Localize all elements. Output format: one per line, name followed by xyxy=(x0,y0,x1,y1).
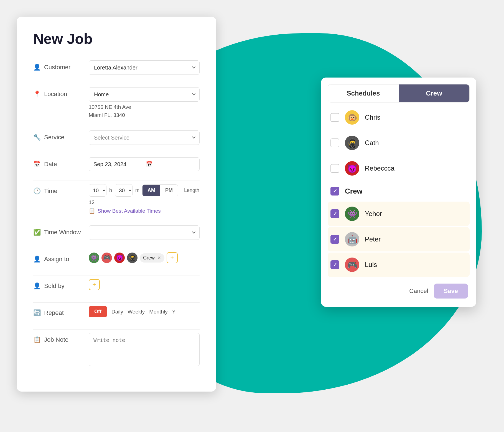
time-window-select[interactable] xyxy=(89,225,200,240)
location-icon: 📍 xyxy=(33,91,41,98)
crew-name-luis: Luis xyxy=(365,261,377,269)
time-label: 🕐 Time xyxy=(33,184,89,195)
customer-field: Loretta Alexander xyxy=(89,60,200,75)
job-note-row: 📋 Job Note xyxy=(33,333,200,367)
crew-item-chris: 🐵 Chris xyxy=(328,105,470,130)
avatar-luis-popup: 🎮 xyxy=(345,258,359,272)
cancel-button[interactable]: Cancel xyxy=(409,287,428,295)
repeat-monthly[interactable]: Monthly xyxy=(149,309,168,315)
clock-icon: 🕐 xyxy=(33,187,41,195)
crew-name-chris: Chris xyxy=(365,114,380,121)
avatar-yehor-popup: 👾 xyxy=(345,207,359,221)
time-window-label: ✅ Time Window xyxy=(33,225,89,236)
date-field: Sep 23, 2024 📅 xyxy=(89,157,200,171)
job-note-textarea[interactable] xyxy=(89,333,200,366)
repeat-icon: 🔄 xyxy=(33,309,41,317)
checkbox-rebeccca[interactable] xyxy=(330,164,339,173)
location-address: 10756 NE 4th AveMiami FL, 3340 xyxy=(89,103,200,119)
checkbox-cath[interactable] xyxy=(330,138,339,147)
sold-by-row: 👤 Sold by + xyxy=(33,279,200,295)
avatar-chris: 🐵 xyxy=(345,110,359,125)
new-job-form-card: New Job 👤 Customer Loretta Alexander 📍 L… xyxy=(17,17,216,392)
soldby-icon: 👤 xyxy=(33,282,41,290)
hour-unit: h xyxy=(109,187,112,193)
date-input-wrap[interactable]: Sep 23, 2024 📅 xyxy=(89,157,200,171)
time-window-field xyxy=(89,225,200,240)
checkbox-peter[interactable] xyxy=(330,235,339,244)
repeat-options-group: Off Daily Weekly Monthly Y xyxy=(89,306,200,317)
checkbox-crew-group[interactable] xyxy=(330,187,339,196)
date-row: 📅 Date Sep 23, 2024 📅 xyxy=(33,157,200,173)
crew-chip-label: Crew xyxy=(143,255,155,261)
sold-by-label: 👤 Sold by xyxy=(33,279,89,290)
assign-to-label: 👤 Assign to xyxy=(33,252,89,263)
crew-chip: Crew ✕ xyxy=(140,253,164,263)
crew-name-rebeccca: Rebeccca xyxy=(365,164,394,172)
crew-chip-close[interactable]: ✕ xyxy=(157,255,161,261)
time-row: 🕐 Time 10 h 30 m AM PM Length 12 xyxy=(33,184,200,214)
service-icon: 🔧 xyxy=(33,134,41,141)
repeat-label: 🔄 Repeat xyxy=(33,306,89,317)
checkbox-luis[interactable] xyxy=(330,260,339,269)
assign-to-field: 👾 🎮 😈 🥷 Crew ✕ + xyxy=(89,252,200,263)
repeat-weekly[interactable]: Weekly xyxy=(128,309,145,315)
checkbox-chris[interactable] xyxy=(330,113,339,122)
checkbox-yehor[interactable] xyxy=(330,209,339,218)
customer-select[interactable]: Loretta Alexander xyxy=(89,60,200,75)
date-label: 📅 Date xyxy=(33,157,89,168)
location-field: Home 10756 NE 4th AveMiami FL, 3340 xyxy=(89,87,200,119)
crew-item-cath: 🥷 Cath xyxy=(328,131,470,155)
sold-by-field: + xyxy=(89,279,200,290)
service-row: 🔧 Service Select Service xyxy=(33,130,200,146)
avatar-cath: 🥷 xyxy=(127,253,138,263)
show-best-times-link[interactable]: 📋 Show Best Available Times xyxy=(89,208,200,214)
calendar-label-icon: 📅 xyxy=(33,161,41,168)
crew-item-yehor: 👾 Yehor xyxy=(328,202,470,226)
assign-to-row: 👤 Assign to 👾 🎮 😈 🥷 Crew ✕ + xyxy=(33,252,200,268)
repeat-yearly[interactable]: Y xyxy=(172,309,176,315)
assign-chips-group: 👾 🎮 😈 🥷 Crew ✕ + xyxy=(89,252,200,263)
location-row: 📍 Location Home 10756 NE 4th AveMiami FL… xyxy=(33,87,200,119)
minute-select[interactable]: 30 xyxy=(115,184,133,197)
avatar-peter: 🤖 xyxy=(345,232,359,246)
am-pm-group: AM PM xyxy=(142,184,178,196)
repeat-daily[interactable]: Daily xyxy=(111,309,123,315)
assign-icon: 👤 xyxy=(33,256,41,263)
timewindow-icon: ✅ xyxy=(33,229,41,236)
avatar-rebeccca: 😈 xyxy=(114,253,125,263)
avatar-rebeccca: 😈 xyxy=(345,161,359,176)
pm-button[interactable]: PM xyxy=(160,185,178,196)
tab-crew[interactable]: Crew xyxy=(399,84,469,102)
crew-item-peter: 🤖 Peter xyxy=(328,227,470,251)
minute-unit: m xyxy=(135,187,139,193)
location-select[interactable]: Home xyxy=(89,87,200,102)
service-select[interactable]: Select Service xyxy=(89,130,200,145)
avatar-luis: 🎮 xyxy=(101,253,112,263)
length-label: Length xyxy=(184,187,199,193)
am-button[interactable]: AM xyxy=(142,185,160,196)
hour-select[interactable]: 10 xyxy=(89,184,106,197)
time-window-row: ✅ Time Window xyxy=(33,225,200,241)
page-title: New Job xyxy=(33,30,200,47)
customer-row: 👤 Customer Loretta Alexander xyxy=(33,60,200,76)
service-label: 🔧 Service xyxy=(33,130,89,141)
time-field: 10 h 30 m AM PM Length 12 📋 Show Best Av… xyxy=(89,184,200,214)
avatar-cath: 🥷 xyxy=(345,136,359,150)
crew-item-luis: 🎮 Luis xyxy=(328,253,470,277)
note-icon: 📋 xyxy=(33,336,41,343)
tab-schedules[interactable]: Schedules xyxy=(328,84,399,102)
repeat-field: Off Daily Weekly Monthly Y xyxy=(89,306,200,317)
crew-list: 🐵 Chris 🥷 Cath 😈 Rebeccca Crew 👾 Yehor xyxy=(321,105,476,277)
customer-label: 👤 Customer xyxy=(33,60,89,71)
repeat-row: 🔄 Repeat Off Daily Weekly Monthly Y xyxy=(33,306,200,322)
avatar-yehor: 👾 xyxy=(89,253,99,263)
job-note-label: 📋 Job Note xyxy=(33,333,89,343)
repeat-off-button[interactable]: Off xyxy=(89,306,107,317)
add-sold-by-button[interactable]: + xyxy=(89,279,100,290)
add-assign-button[interactable]: + xyxy=(167,252,178,263)
crew-name-yehor: Yehor xyxy=(365,210,382,218)
save-button[interactable]: Save xyxy=(434,284,468,299)
popup-footer: Cancel Save xyxy=(321,278,476,299)
popup-tabs-group: Schedules Crew xyxy=(328,84,470,102)
location-label: 📍 Location xyxy=(33,87,89,98)
